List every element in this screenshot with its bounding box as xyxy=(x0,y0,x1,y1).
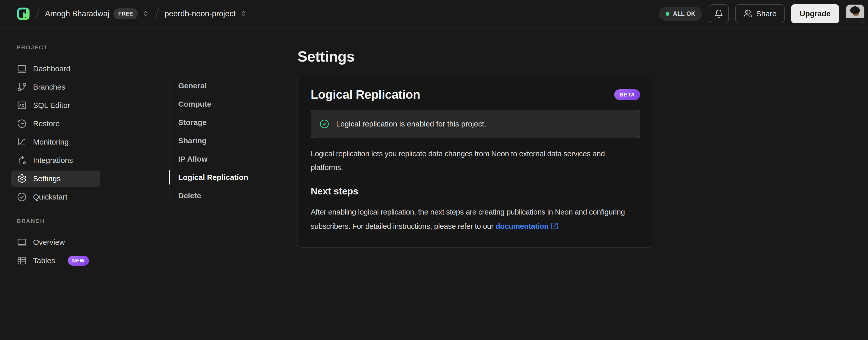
sidebar-item-monitoring[interactable]: Monitoring xyxy=(0,133,116,151)
header-actions: ALL OK Share Upgrade xyxy=(659,4,864,23)
restore-icon xyxy=(17,119,27,129)
page-title: Settings xyxy=(298,48,653,65)
sidebar-section-branch: BRANCH xyxy=(17,218,116,224)
gear-icon xyxy=(17,174,27,184)
bell-icon xyxy=(714,9,723,18)
share-button[interactable]: Share xyxy=(735,4,785,23)
sidebar-item-overview[interactable]: Overview xyxy=(0,233,116,251)
sidebar-item-restore[interactable]: Restore xyxy=(0,115,116,133)
account-menu[interactable]: Amogh Bharadwaj FREE xyxy=(45,8,150,19)
external-link-icon xyxy=(551,222,558,230)
status-dot-icon xyxy=(665,12,670,16)
top-bar: Amogh Bharadwaj FREE peerdb-neon-project… xyxy=(0,0,868,28)
settings-nav-storage[interactable]: Storage xyxy=(170,113,271,132)
neon-logo[interactable] xyxy=(17,7,30,20)
beta-badge: BETA xyxy=(614,89,640,100)
account-name: Amogh Bharadwaj xyxy=(45,9,109,18)
status-badge[interactable]: ALL OK xyxy=(659,7,702,21)
new-badge: NEW xyxy=(68,256,89,266)
next-steps-title: Next steps xyxy=(311,186,640,197)
project-menu[interactable]: peerdb-neon-project xyxy=(164,9,247,18)
chevrons-up-down-icon xyxy=(240,10,247,18)
settings-nav-ip-allow[interactable]: IP Allow xyxy=(170,150,271,168)
plan-badge: FREE xyxy=(114,8,138,19)
sidebar-section-project: PROJECT xyxy=(17,44,116,51)
share-label: Share xyxy=(756,9,776,18)
sidebar-item-quickstart[interactable]: Quickstart xyxy=(0,188,116,206)
settings-nav-general[interactable]: General xyxy=(170,77,271,95)
neon-logo-icon xyxy=(17,7,30,20)
card-title: Logical Replication xyxy=(311,88,420,102)
sidebar-item-sql-editor[interactable]: SQL Editor xyxy=(0,96,116,115)
notifications-button[interactable] xyxy=(709,4,729,23)
next-steps-text: After enabling logical replication, the … xyxy=(311,205,640,233)
documentation-link[interactable]: documentation xyxy=(496,222,558,230)
overview-icon xyxy=(17,237,27,247)
chevrons-up-down-icon xyxy=(142,10,150,18)
avatar[interactable] xyxy=(846,4,864,23)
sidebar-item-settings[interactable]: Settings xyxy=(11,171,100,187)
project-name: peerdb-neon-project xyxy=(164,9,236,18)
settings-nav: General Compute Storage Sharing IP Allow… xyxy=(169,77,271,205)
settings-nav-logical-replication[interactable]: Logical Replication xyxy=(170,168,271,187)
breadcrumb-separator xyxy=(155,8,159,20)
breadcrumb: Amogh Bharadwaj FREE peerdb-neon-project xyxy=(17,7,247,20)
sidebar-item-tables[interactable]: Tables NEW xyxy=(0,251,116,270)
sidebar-item-integrations[interactable]: Integrations xyxy=(0,151,116,169)
sql-editor-icon xyxy=(17,100,27,110)
settings-nav-compute[interactable]: Compute xyxy=(170,95,271,113)
settings-nav-delete[interactable]: Delete xyxy=(170,187,271,205)
users-icon xyxy=(743,9,752,18)
replication-enabled-alert: Logical replication is enabled for this … xyxy=(311,110,640,138)
sidebar-item-branches[interactable]: Branches xyxy=(0,78,116,96)
check-circle-icon xyxy=(17,192,27,202)
integrations-icon xyxy=(17,155,27,165)
sidebar-item-dashboard[interactable]: Dashboard xyxy=(0,60,116,78)
dashboard-icon xyxy=(17,64,27,74)
settings-content: Settings Logical Replication BETA Logica… xyxy=(298,28,653,248)
check-circle-icon xyxy=(319,119,330,129)
branches-icon xyxy=(17,82,27,92)
alert-text: Logical replication is enabled for this … xyxy=(336,120,486,128)
breadcrumb-separator xyxy=(35,8,39,20)
main-area: General Compute Storage Sharing IP Allow… xyxy=(117,28,868,339)
upgrade-button[interactable]: Upgrade xyxy=(791,4,839,23)
app: Amogh Bharadwaj FREE peerdb-neon-project… xyxy=(0,0,868,340)
replication-description: Logical replication lets you replicate d… xyxy=(311,147,626,174)
sidebar: PROJECT Dashboard Branches SQL Editor Re… xyxy=(0,28,117,339)
status-label: ALL OK xyxy=(673,10,695,17)
table-icon xyxy=(17,256,27,266)
monitoring-icon xyxy=(17,137,27,147)
settings-nav-sharing[interactable]: Sharing xyxy=(170,132,271,150)
logical-replication-card: Logical Replication BETA Logical replica… xyxy=(298,76,653,248)
